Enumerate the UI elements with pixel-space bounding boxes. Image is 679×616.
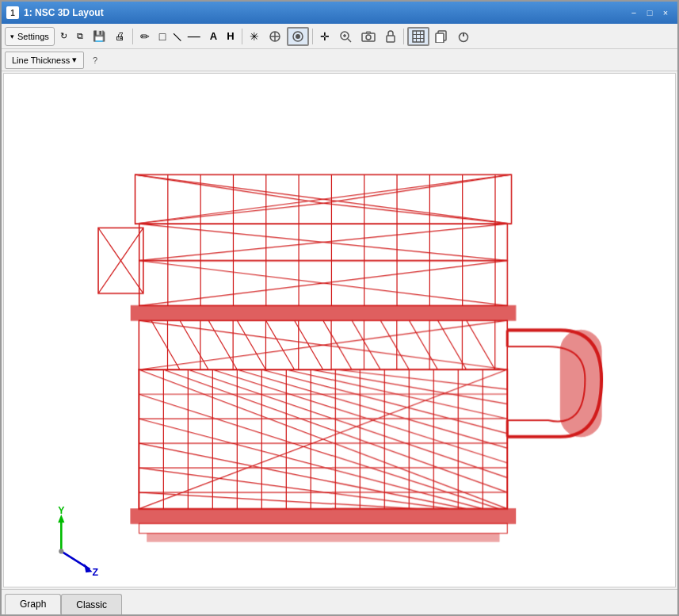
star-button[interactable]: ✳ (246, 27, 263, 46)
axis-button[interactable] (265, 27, 285, 46)
title-bar: 1 1: NSC 3D Layout − □ × (2, 2, 677, 24)
svg-rect-11 (387, 36, 395, 42)
settings-button[interactable]: ▾ Settings (5, 27, 55, 46)
help-button[interactable]: ? (87, 52, 103, 68)
3d-layout-canvas: Y Z (4, 74, 675, 587)
minimize-button[interactable]: − (627, 6, 641, 20)
tab-classic[interactable]: Classic (61, 594, 122, 614)
zoom-button[interactable] (335, 27, 356, 46)
svg-text:Y: Y (58, 505, 65, 516)
circle-active-button[interactable] (287, 27, 309, 46)
main-window: 1 1: NSC 3D Layout − □ × ▾ Settings ↻ ⧉ … (0, 0, 679, 616)
svg-rect-18 (436, 33, 444, 43)
rect-button[interactable]: □ (155, 27, 170, 46)
print-button[interactable]: 🖨 (111, 27, 129, 46)
separator-2 (242, 29, 242, 44)
grid-icon (412, 30, 425, 43)
window-icon: 1 (6, 6, 19, 19)
close-button[interactable]: × (658, 6, 673, 20)
save-button[interactable]: 💾 (89, 27, 109, 46)
svg-rect-133 (131, 509, 515, 524)
viewport[interactable]: Y Z (3, 73, 676, 587)
refresh-button[interactable]: ↻ (56, 27, 71, 46)
copy3-button[interactable] (431, 27, 452, 46)
window-controls: − □ × (627, 6, 673, 20)
svg-point-4 (296, 34, 300, 39)
separator-3 (312, 29, 313, 44)
power-icon (457, 30, 470, 43)
power-button[interactable] (453, 27, 474, 46)
title-bar-left: 1 1: NSC 3D Layout (6, 6, 104, 19)
text-h-button[interactable]: H (223, 27, 238, 46)
svg-point-10 (366, 35, 371, 40)
line-thickness-label: Line Thickness (12, 55, 70, 65)
lock-button[interactable] (381, 27, 400, 46)
svg-line-6 (348, 39, 351, 42)
line-thickness-button[interactable]: Line Thickness ▾ (5, 52, 84, 69)
settings-label: Settings (17, 32, 49, 41)
move-button[interactable]: ✛ (316, 27, 334, 46)
separator-1 (132, 29, 133, 44)
pencil-button[interactable]: ✏ (136, 27, 154, 46)
dash-button[interactable]: — (184, 27, 204, 46)
text-a-button[interactable]: A (206, 27, 221, 46)
copy3-icon (435, 30, 448, 43)
svg-point-145 (59, 549, 63, 553)
tab-graph[interactable]: Graph (5, 594, 61, 614)
grid-button[interactable] (407, 27, 429, 46)
separator-4 (403, 29, 404, 44)
svg-rect-12 (413, 31, 424, 42)
lock-icon (385, 30, 396, 43)
copy-button[interactable]: ⧉ (73, 27, 87, 46)
secondary-toolbar: Line Thickness ▾ ? (2, 49, 677, 71)
camera-icon (361, 31, 376, 42)
dropdown-arrow: ▾ (72, 55, 77, 65)
svg-rect-138 (147, 534, 499, 541)
main-toolbar: ▾ Settings ↻ ⧉ 💾 🖨 ✏ □ | — A H ✳ (2, 24, 677, 49)
bottom-tab-bar: Graph Classic (2, 589, 677, 614)
zoom-icon (339, 30, 352, 43)
maximize-button[interactable]: □ (643, 6, 657, 20)
svg-rect-136 (560, 331, 601, 437)
svg-text:Z: Z (93, 567, 99, 578)
svg-rect-71 (131, 306, 515, 321)
window-title: 1: NSC 3D Layout (24, 7, 104, 18)
camera-button[interactable] (357, 27, 380, 46)
active-view-icon (292, 30, 304, 43)
axis-icon (269, 30, 281, 43)
